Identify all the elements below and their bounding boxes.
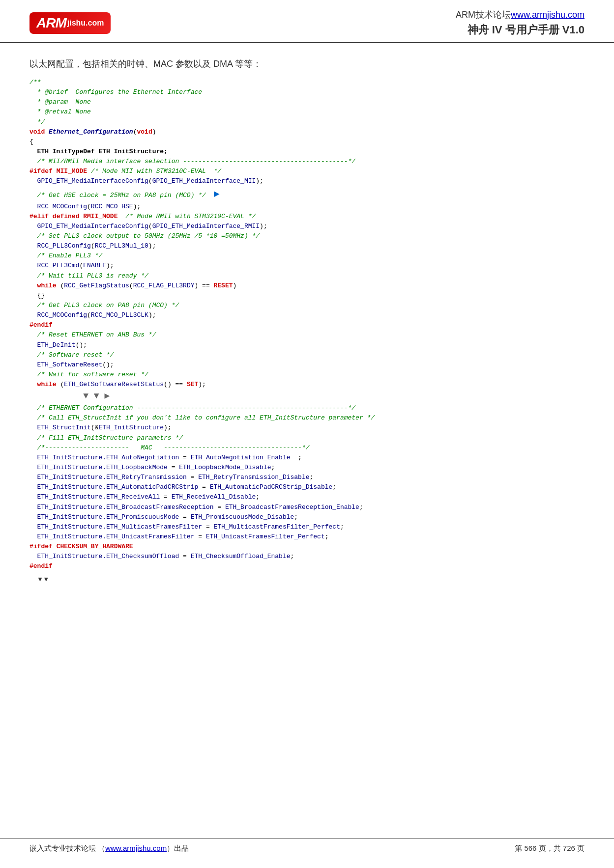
logo-arm-text: ARM	[36, 15, 66, 31]
main-content: 以太网配置，包括相关的时钟、MAC 参数以及 DMA 等等： /** * @br…	[0, 43, 614, 602]
header-right: ARM技术论坛www.armjishu.com 神舟 IV 号用户手册 V1.0	[456, 9, 585, 37]
footer: 嵌入式专业技术论坛 （www.armjishu.com）出品 第 566 页，共…	[0, 839, 614, 853]
footer-left-text: 嵌入式专业技术论坛 （	[29, 844, 105, 852]
site-label: ARM技术论坛	[456, 10, 511, 20]
logo-com-text: .com	[86, 19, 104, 28]
logo-jishu-text: jishu	[67, 19, 86, 28]
logo: ARM jishu .com	[29, 12, 111, 34]
logo-container: ARM jishu .com	[29, 12, 111, 34]
footer-right: 第 566 页，共 726 页	[515, 844, 585, 853]
site-url-link[interactable]: www.armjishu.com	[511, 10, 585, 20]
header: ARM jishu .com ARM技术论坛www.armjishu.com 神…	[0, 0, 614, 43]
header-site: ARM技术论坛www.armjishu.com	[456, 9, 585, 21]
footer-left-text2: ）出品	[167, 844, 189, 852]
book-title: 神舟 IV 号用户手册 V1.0	[456, 23, 585, 37]
code-block: /** * @brief Configures the Ethernet Int…	[29, 78, 585, 587]
intro-text: 以太网配置，包括相关的时钟、MAC 参数以及 DMA 等等：	[29, 58, 585, 70]
footer-url-link[interactable]: www.armjishu.com	[105, 844, 167, 852]
page-container: ARM jishu .com ARM技术论坛www.armjishu.com 神…	[0, 0, 614, 868]
footer-left: 嵌入式专业技术论坛 （www.armjishu.com）出品	[29, 844, 189, 853]
